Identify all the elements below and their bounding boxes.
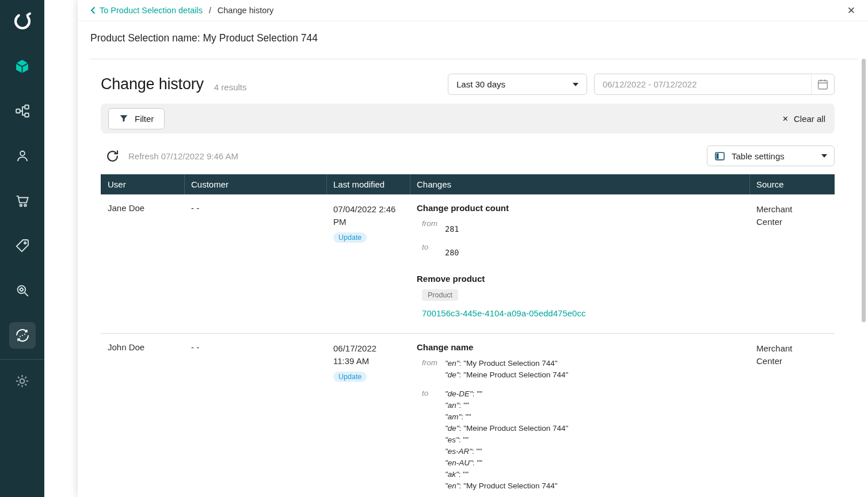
customer-cell: - - [184, 334, 326, 497]
user-cell: John Doe [101, 334, 184, 497]
refresh-timestamp: Refresh 07/12/2022 9:46 AM [128, 151, 238, 161]
filter-bar: Filter ✕ Clear all [101, 104, 835, 133]
columns-icon [714, 151, 725, 162]
from-label: from [422, 219, 445, 235]
customer-cell: - - [184, 194, 326, 333]
to-label: to [422, 388, 445, 492]
filter-button[interactable]: Filter [108, 108, 165, 129]
header-last-modified: Last modified [326, 174, 410, 194]
audit-log-icon [15, 283, 30, 298]
change-title: Change product count [417, 203, 743, 213]
date-range-input[interactable]: 06/12/2022 - 07/12/2022 [594, 74, 835, 95]
sidebar-item-customers[interactable] [9, 143, 36, 169]
change-title: Remove product [417, 274, 743, 284]
calendar-icon [817, 78, 829, 90]
change-entry: Remove productProduct700156c3-445e-4104-… [417, 274, 743, 318]
product-tag: Product [422, 289, 458, 301]
customers-icon [15, 148, 30, 163]
calendar-button[interactable] [811, 74, 834, 94]
table-settings-button[interactable]: Table settings [707, 146, 835, 166]
breadcrumb: To Product Selection details / Change hi… [78, 0, 868, 21]
product-selection-name: Product Selection name: My Product Selec… [90, 32, 855, 44]
operations-sync-icon [14, 327, 31, 343]
discounts-tag-icon [15, 238, 30, 253]
modified-date: 06/17/2022 11:39 AM [333, 342, 398, 368]
refresh-button[interactable] [105, 148, 120, 163]
sidebar-item-settings[interactable] [9, 368, 36, 394]
change-history-panel: To Product Selection details / Change hi… [78, 0, 868, 497]
sidebar-item-audit-log[interactable] [9, 277, 36, 304]
header-user: User [101, 174, 184, 194]
product-id-link[interactable]: 700156c3-445e-4104-a09a-05edd475e0cc [422, 308, 743, 318]
filter-label: Filter [135, 114, 154, 124]
from-value: 281 [445, 219, 459, 235]
sidebar-item-orders[interactable] [9, 188, 36, 214]
products-cube-icon [14, 59, 30, 74]
commercetools-logo-icon [12, 11, 33, 32]
orders-cart-icon [15, 193, 30, 208]
time-range-value: Last 30 days [456, 79, 505, 89]
changes-cell: Change namefrom"en": "My Product Selecti… [410, 334, 749, 497]
modified-date: 07/04/2022 2:46 PM [333, 203, 398, 228]
update-badge: Update [333, 372, 367, 382]
refresh-icon [105, 149, 120, 163]
clear-all-button[interactable]: ✕ Clear all [782, 114, 827, 124]
change-title: Change name [417, 342, 743, 352]
logo[interactable] [9, 8, 36, 35]
sidebar-item-discounts[interactable] [9, 232, 36, 259]
from-label: from [422, 358, 445, 381]
breadcrumb-separator: / [209, 6, 211, 15]
time-range-select[interactable]: Last 30 days [448, 74, 587, 95]
back-to-details-link[interactable]: To Product Selection details [90, 6, 203, 15]
sidebar-item-product-types[interactable] [9, 98, 36, 124]
table-header: User Customer Last modified Changes Sour… [101, 174, 835, 194]
table-body: Jane Doe - - 07/04/2022 2:46 PM Update C… [101, 194, 835, 497]
change-entry: Change namefrom"en": "My Product Selecti… [417, 342, 743, 492]
clear-all-label: Clear all [794, 114, 825, 124]
close-icon[interactable]: ✕ [847, 6, 855, 16]
user-cell: Jane Doe [101, 194, 184, 333]
settings-gear-icon [14, 373, 30, 389]
source-cell: Merchant Center [749, 194, 835, 333]
header-changes: Changes [410, 174, 749, 194]
source-text: Merchant Center [756, 203, 808, 228]
changes-cell: Change product countfrom281to280Remove p… [410, 194, 749, 333]
from-block: from281 [422, 219, 743, 235]
table-row: Jane Doe - - 07/04/2022 2:46 PM Update C… [101, 194, 835, 334]
back-link-label: To Product Selection details [100, 6, 203, 15]
breadcrumb-current: Change history [218, 6, 274, 15]
table-row: John Doe - - 06/17/2022 11:39 AM Update … [101, 334, 835, 497]
to-value: 280 [445, 242, 459, 258]
to-block: to"de-DE": """an": """am": """de": "Mein… [422, 388, 743, 492]
to-value: "de-DE": """an": """am": """de": "Meine … [445, 388, 568, 492]
to-block: to280 [422, 242, 743, 258]
sidebar-item-products[interactable] [9, 53, 36, 79]
source-text: Merchant Center [756, 342, 808, 368]
from-value: "en": "My Product Selection 744""de": "M… [445, 358, 568, 381]
header-divider [89, 59, 858, 59]
to-label: to [422, 242, 445, 258]
date-range-value: 06/12/2022 - 07/12/2022 [595, 79, 811, 89]
source-cell: Merchant Center [749, 334, 835, 497]
header-source: Source [749, 174, 835, 194]
results-count: 4 results [214, 82, 247, 92]
sidebar-item-operations[interactable] [9, 322, 36, 349]
sidebar-divider [0, 359, 44, 360]
page-title: Change history [101, 75, 204, 93]
header-customer: Customer [184, 174, 326, 194]
update-badge: Update [333, 232, 367, 243]
app-sidebar [0, 0, 44, 497]
product-types-icon [15, 104, 30, 118]
change-history-table: User Customer Last modified Changes Sour… [101, 174, 835, 497]
change-entry: Change product countfrom281to280 [417, 203, 743, 258]
back-chevron-icon [90, 6, 96, 14]
table-settings-label: Table settings [732, 151, 785, 161]
funnel-icon [119, 114, 128, 123]
chevron-down-icon [573, 83, 578, 86]
clear-x-icon: ✕ [782, 114, 789, 123]
from-block: from"en": "My Product Selection 744""de"… [422, 358, 743, 381]
last-modified-cell: 07/04/2022 2:46 PM Update [326, 194, 410, 333]
last-modified-cell: 06/17/2022 11:39 AM Update [326, 334, 410, 497]
vertical-scrollbar[interactable] [862, 59, 866, 322]
chevron-down-icon [821, 154, 827, 158]
